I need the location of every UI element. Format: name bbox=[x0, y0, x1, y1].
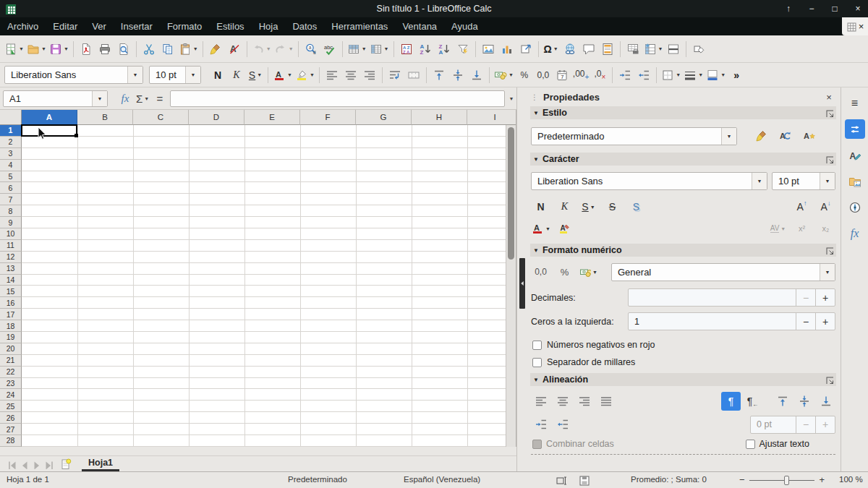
format-currency-button-dropdown[interactable]: ▼ bbox=[509, 72, 514, 77]
sidebar-tab-properties[interactable] bbox=[845, 119, 865, 139]
insert-object-button[interactable] bbox=[516, 39, 535, 59]
freeze-panes-button-dropdown[interactable]: ▼ bbox=[658, 46, 663, 51]
cut-button[interactable] bbox=[140, 39, 158, 59]
row-header-22[interactable]: 22 bbox=[0, 367, 22, 378]
italic-button[interactable]: K bbox=[227, 65, 246, 85]
row-header-3[interactable]: 3 bbox=[0, 148, 22, 160]
dialog-launcher-icon[interactable] bbox=[825, 246, 833, 254]
row-header-24[interactable]: 24 bbox=[0, 389, 22, 401]
sidebar-font-color-button[interactable]: ▼ bbox=[531, 219, 550, 238]
close-button[interactable]: × bbox=[852, 4, 864, 14]
sidebar-align-left-toggle[interactable] bbox=[531, 392, 550, 411]
first-sheet-button[interactable] bbox=[4, 458, 17, 470]
wrap-text-checkbox[interactable] bbox=[746, 440, 755, 449]
sum-button[interactable]: Σ▼ bbox=[134, 90, 151, 107]
section-formato-numerico-header[interactable]: ▼ Formato numérico bbox=[530, 244, 836, 257]
column-header-E[interactable]: E bbox=[244, 110, 300, 125]
redo-button-dropdown[interactable]: ▼ bbox=[289, 46, 294, 51]
paste-button[interactable]: ▼ bbox=[177, 39, 200, 59]
thousands-separator-checkbox[interactable] bbox=[532, 358, 542, 367]
sidebar-align-bottom-toggle[interactable] bbox=[816, 392, 835, 411]
indent-decrease-button[interactable]: − bbox=[796, 416, 815, 433]
row-header-13[interactable]: 13 bbox=[0, 263, 22, 275]
select-all-corner[interactable] bbox=[0, 110, 22, 125]
sidebar-tab-styles[interactable] bbox=[845, 145, 865, 165]
format-percent-toggle[interactable]: % bbox=[555, 262, 574, 281]
font-color-button[interactable]: ▼ bbox=[271, 65, 294, 85]
menu-datos[interactable]: Datos bbox=[285, 17, 324, 35]
zoom-out-button[interactable]: − bbox=[739, 474, 745, 485]
row-header-14[interactable]: 14 bbox=[0, 275, 22, 286]
sort-descending-button[interactable] bbox=[435, 39, 454, 59]
menu-editar[interactable]: Editar bbox=[46, 17, 85, 35]
decrease-indent-button[interactable] bbox=[634, 65, 653, 85]
shadow-toggle[interactable]: S bbox=[626, 197, 646, 216]
dialog-launcher-icon[interactable] bbox=[825, 375, 833, 384]
insert-image-button[interactable] bbox=[479, 39, 498, 59]
formula-input[interactable] bbox=[170, 90, 505, 107]
background-color-button[interactable]: ▼ bbox=[705, 65, 727, 85]
language-status[interactable]: Español (Venezuela) bbox=[404, 475, 480, 484]
add-decimal-button[interactable]: ,00 bbox=[571, 65, 591, 85]
row-header-6[interactable]: 6 bbox=[0, 182, 22, 194]
sidebar-tab-gallery[interactable] bbox=[845, 171, 865, 191]
row-header-19[interactable]: 19 bbox=[0, 332, 22, 343]
border-style-button[interactable]: ▼ bbox=[682, 65, 705, 85]
headers-footers-button[interactable] bbox=[598, 39, 617, 59]
bold-toggle[interactable]: N bbox=[531, 197, 550, 216]
bold-button[interactable]: N bbox=[208, 65, 227, 85]
next-sheet-button[interactable] bbox=[29, 458, 41, 470]
print-preview-button[interactable] bbox=[114, 39, 133, 59]
find-replace-button[interactable] bbox=[302, 39, 320, 59]
more-options-button[interactable]: » bbox=[727, 65, 746, 85]
text-direction-ltr-toggle[interactable]: ¶ bbox=[721, 392, 741, 411]
dialog-launcher-icon[interactable] bbox=[825, 155, 833, 163]
undo-button[interactable]: ▼ bbox=[250, 39, 273, 59]
align-top-button[interactable] bbox=[430, 65, 448, 85]
column-header-B[interactable]: B bbox=[77, 110, 133, 125]
menu-estilos[interactable]: Estilos bbox=[209, 17, 251, 35]
menu-herramientas[interactable]: Herramientas bbox=[324, 17, 395, 35]
minimize-button[interactable]: − bbox=[806, 4, 817, 14]
document-modified-icon[interactable] bbox=[578, 474, 590, 486]
open-button-dropdown[interactable]: ▼ bbox=[41, 46, 46, 51]
dialog-launcher-icon[interactable] bbox=[825, 108, 833, 117]
save-button-dropdown[interactable]: ▼ bbox=[64, 46, 69, 51]
row-header-11[interactable]: 11 bbox=[0, 240, 22, 252]
add-sheet-button[interactable] bbox=[59, 458, 72, 470]
paste-button-dropdown[interactable]: ▼ bbox=[193, 46, 198, 51]
cell-style-dropdown[interactable]: ▼ bbox=[721, 128, 736, 145]
equals-button[interactable]: = bbox=[151, 90, 169, 107]
expand-formula-bar-button[interactable]: ▼ bbox=[506, 96, 516, 101]
row-header-21[interactable]: 21 bbox=[0, 355, 22, 367]
format-currency-toggle[interactable]: ▼ bbox=[579, 262, 598, 281]
zoom-track[interactable] bbox=[749, 480, 814, 481]
section-estilo-header[interactable]: ▼ Estilo bbox=[530, 106, 836, 119]
special-character-button[interactable]: Ω▼ bbox=[542, 39, 561, 59]
sidebar-align-justified-toggle[interactable] bbox=[596, 392, 616, 411]
row-header-23[interactable]: 23 bbox=[0, 378, 22, 390]
row-header-17[interactable]: 17 bbox=[0, 309, 22, 320]
insert-comment-button[interactable] bbox=[579, 39, 598, 59]
open-button[interactable]: ▼ bbox=[25, 39, 48, 59]
clone-formatting-sidebar-button[interactable] bbox=[752, 127, 771, 145]
menu-archivo[interactable]: Archivo bbox=[0, 17, 46, 35]
merge-cells-button[interactable] bbox=[404, 65, 423, 85]
zoom-in-button[interactable]: + bbox=[819, 474, 825, 485]
background-color-button-dropdown[interactable]: ▼ bbox=[720, 72, 726, 77]
hyperlink-button[interactable] bbox=[561, 39, 579, 59]
sidebar-tab-functions[interactable]: fx bbox=[845, 223, 865, 243]
print-button[interactable] bbox=[95, 39, 114, 59]
sidebar-splitter[interactable] bbox=[516, 87, 526, 471]
draw-functions-button[interactable] bbox=[689, 39, 708, 59]
row-header-20[interactable]: 20 bbox=[0, 343, 22, 355]
leading-zeros-decrease-button[interactable]: − bbox=[796, 313, 815, 330]
save-button[interactable]: ▼ bbox=[48, 39, 70, 59]
previous-sheet-button[interactable] bbox=[17, 458, 29, 470]
insert-row-button[interactable]: ▼ bbox=[346, 39, 368, 59]
menu-ventana[interactable]: Ventana bbox=[395, 17, 444, 35]
format-number-toggle[interactable]: 0,0 bbox=[531, 262, 550, 281]
format-number-button[interactable]: 0,0 bbox=[534, 65, 553, 85]
sidebar-align-right-toggle[interactable] bbox=[574, 392, 594, 411]
shrink-font-button[interactable]: A↓ bbox=[816, 197, 835, 216]
